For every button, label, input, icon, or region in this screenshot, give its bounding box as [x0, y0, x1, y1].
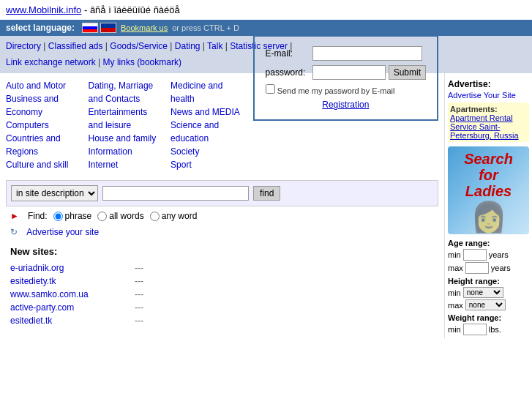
nav-goods[interactable]: Goods/Service [110, 41, 168, 51]
registration-link[interactable]: Registration [322, 100, 369, 110]
send-password-checkbox[interactable] [266, 84, 275, 94]
advertise-your-site-link[interactable]: Advertise Your Site [448, 91, 529, 100]
search-dropdown[interactable]: in site description in title in keywords [11, 185, 98, 201]
radio-any-label[interactable]: any word [150, 211, 198, 221]
weight-range-title: Weight range: [448, 313, 529, 322]
site-desc-4: --- [135, 302, 143, 313]
list-item: e-uriadnik.org --- [10, 263, 438, 273]
site-link-2[interactable]: esitediety.tk [10, 276, 127, 286]
search-input[interactable] [102, 186, 249, 201]
age-min-row: min years [448, 249, 529, 261]
age-max-input[interactable] [465, 262, 489, 274]
cat-col-2: Dating, Marriage and Contacts Entertainm… [89, 79, 164, 171]
bookmark-link[interactable]: Bookmark us [121, 23, 168, 32]
radio-any[interactable] [150, 212, 160, 221]
flag-russia[interactable] [82, 23, 98, 33]
lang-flags[interactable] [82, 23, 116, 33]
nav-link-exchange[interactable]: Link exchange network [6, 57, 96, 67]
years-label-max: years [491, 264, 511, 272]
radio-all-text: all words [109, 211, 143, 221]
height-max-select[interactable]: none [465, 299, 506, 310]
apartments-title: Apartments: [450, 105, 527, 113]
radio-phrase-text: phrase [65, 211, 92, 221]
radio-phrase[interactable] [53, 212, 63, 221]
cat-internet[interactable]: Internet [89, 158, 164, 171]
radio-all[interactable] [97, 212, 107, 221]
advertise-link[interactable]: Advertise your site [26, 227, 99, 237]
age-section: Age range: min years max years Height ra… [448, 239, 529, 335]
nav-my-links[interactable]: My links (bookmark) [103, 57, 181, 67]
cat-auto[interactable]: Auto and Motor [6, 79, 81, 92]
cat-information[interactable]: Information [89, 145, 164, 158]
nav-dating[interactable]: Dating [175, 41, 201, 51]
ladies-banner-text: Search for Ladies [451, 151, 526, 199]
bookmark-text: or press CTRL + D [172, 23, 239, 32]
apartments-section: Apartments: Apartment Rental Service Sai… [448, 102, 529, 142]
weight-min-input[interactable] [463, 324, 487, 335]
submit-button[interactable]: Submit [389, 65, 426, 80]
find-label: Find: [28, 211, 48, 221]
ladies-line2: for [451, 167, 526, 183]
height-range-title: Height range: [448, 277, 529, 286]
cat-computers[interactable]: Computers [6, 119, 81, 132]
weight-min-row: min lbs. [448, 324, 529, 335]
cat-science[interactable]: Science and education [171, 119, 246, 145]
select-lang-label: select language: [6, 23, 75, 33]
cat-dating[interactable]: Dating, Marriage and Contacts [89, 79, 164, 105]
cat-medicine[interactable]: Medicine and health [171, 79, 246, 105]
new-sites: New sites: e-uriadnik.org --- esitediety… [6, 246, 438, 326]
site-desc-1: --- [135, 263, 143, 273]
cat-culture[interactable]: Culture and skill [6, 158, 81, 171]
site-link-4[interactable]: active-party.com [10, 302, 127, 313]
advertise-row: ↻ Advertise your site [10, 227, 438, 237]
age-max-label: max [448, 264, 463, 272]
apartment-link[interactable]: Apartment Rental Service Saint-Petersbur… [450, 113, 527, 140]
cat-news[interactable]: News and MEDIA [171, 105, 246, 119]
site-link[interactable]: www.Mobilnik.info [6, 4, 81, 15]
height-min-select[interactable]: none [463, 287, 503, 298]
weight-min-label: min [448, 325, 461, 334]
cat-business[interactable]: Business and Economy [6, 92, 81, 119]
refresh-icon: ↻ [10, 227, 18, 237]
list-item: active-party.com --- [10, 302, 438, 313]
cat-society[interactable]: Society [171, 145, 246, 158]
find-options: ► Find: phrase all words any word [6, 211, 438, 221]
password-input[interactable] [312, 65, 386, 80]
age-max-row: max years [448, 262, 529, 274]
left-panel: E-mail: password: Submit Send me my pass… [0, 73, 444, 338]
radio-all-label[interactable]: all words [97, 211, 143, 221]
cat-sport[interactable]: Sport [171, 158, 246, 171]
email-label: E-mail: [266, 48, 293, 59]
email-input[interactable] [312, 46, 422, 61]
flag-uk[interactable] [100, 23, 116, 33]
tagline: - âñå ì îáèëüíûé ñàéöå [84, 4, 180, 15]
list-item: esitediet.tk --- [10, 316, 438, 326]
lbs-label-min: lbs. [489, 325, 501, 334]
age-range-title: Age range: [448, 239, 529, 247]
cat-entertainments[interactable]: Entertainments and leisure [89, 105, 164, 132]
cat-countries[interactable]: Countries and Regions [6, 132, 81, 158]
radio-phrase-label[interactable]: phrase [53, 211, 92, 221]
list-item: www.samko.com.ua --- [10, 289, 438, 299]
site-link-3[interactable]: www.samko.com.ua [10, 289, 127, 299]
password-label: password: [266, 67, 306, 78]
site-link-5[interactable]: esitediet.tk [10, 316, 127, 326]
ladies-line3: Ladies [451, 183, 526, 199]
top-bar: www.Mobilnik.info - âñå ì îáèëüíûé ñàéöå [0, 0, 532, 20]
height-min-row: min none [448, 287, 529, 298]
new-sites-title: New sites: [10, 246, 438, 257]
site-desc-2: --- [135, 276, 143, 286]
site-desc-5: --- [135, 316, 143, 326]
categories: Auto and Motor Business and Economy Comp… [6, 79, 246, 171]
ladies-banner[interactable]: Search for Ladies 👩 [448, 146, 529, 234]
cat-house[interactable]: House and family [89, 132, 164, 145]
find-button[interactable] [253, 186, 280, 201]
nav-directory[interactable]: Directory [6, 41, 41, 51]
nav-classified[interactable]: Classified ads [48, 41, 103, 51]
age-min-input[interactable] [463, 249, 487, 261]
nav-talk[interactable]: Talk [207, 41, 222, 51]
search-bar: in site description in title in keywords [6, 180, 438, 206]
blue-bar: select language: Bookmark us or press CT… [0, 20, 532, 36]
site-desc-3: --- [135, 289, 143, 299]
site-link-1[interactable]: e-uriadnik.org [10, 263, 127, 273]
